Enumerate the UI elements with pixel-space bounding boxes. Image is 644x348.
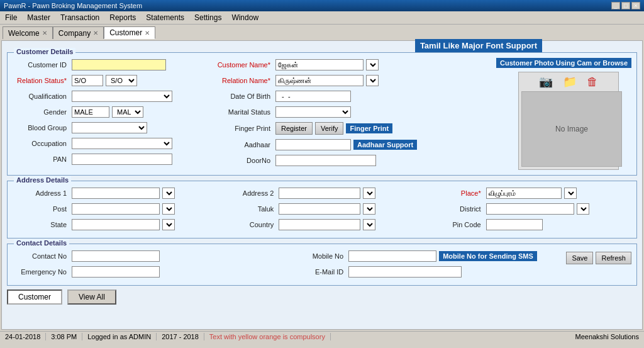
taluk-label: Taluk — [219, 205, 276, 213]
state-select[interactable]: ▼ — [162, 219, 175, 230]
menu-settings[interactable]: Settings — [192, 13, 224, 23]
district-select[interactable]: ▼ — [577, 203, 589, 215]
camera-icon[interactable]: 📷 — [539, 75, 553, 89]
refresh-button[interactable]: Refresh — [596, 252, 631, 264]
customer-nav-button[interactable]: Customer — [7, 289, 62, 305]
customer-name-row: Customer Name* ▼ — [216, 59, 503, 70]
country-label: Country — [219, 221, 276, 228]
status-time: 3:08 PM — [46, 333, 82, 340]
dob-input[interactable] — [275, 91, 351, 102]
close-button[interactable]: × — [631, 2, 640, 9]
tab-customer[interactable]: Customer ✕ — [104, 26, 155, 39]
post-select[interactable]: ▼ — [162, 203, 175, 215]
aadhaar-input[interactable] — [275, 139, 351, 150]
taluk-select[interactable]: ▼ — [363, 203, 375, 215]
state-input[interactable] — [72, 219, 160, 230]
tab-welcome-close[interactable]: ✕ — [42, 30, 47, 36]
relation-status-row: Relation Status* S/OD/OW/O — [13, 75, 214, 86]
aadhaar-row: Aadhaar Aadhaar Support — [216, 139, 503, 150]
menu-window[interactable]: Window — [229, 13, 261, 23]
tab-company-label: Company — [58, 29, 91, 38]
folder-icon[interactable]: 📁 — [563, 75, 577, 89]
pin-code-row: Pin Code — [427, 219, 631, 230]
customer-id-label: Customer ID — [13, 61, 69, 69]
occupation-row: Occupation — [13, 138, 214, 149]
address-col3: Place* ▼ District ▼ Pin Code — [427, 188, 631, 233]
district-input[interactable] — [486, 203, 574, 215]
app-title: PawnR - Pawn Broking Management System — [4, 2, 142, 9]
bottom-nav: Customer View All — [7, 289, 637, 305]
tab-customer-label: Customer — [109, 28, 142, 37]
qualification-row: Qualification — [13, 91, 214, 102]
marital-status-select[interactable] — [275, 106, 351, 118]
dob-row: Date Of Birth — [216, 91, 503, 102]
verify-button[interactable]: Verify — [315, 122, 344, 135]
photo-icons: 📷 📁 🗑 — [521, 75, 616, 89]
emergency-no-row: Emergency No — [13, 266, 287, 278]
gender-select[interactable]: MALEFEMALE — [112, 106, 143, 118]
country-input[interactable] — [279, 219, 360, 230]
title-bar-buttons[interactable]: _ □ × — [611, 2, 640, 9]
emergency-no-input[interactable] — [72, 266, 160, 278]
address-details-title: Address Details — [14, 176, 71, 184]
status-company: Meenakshi Solutions — [570, 333, 644, 340]
relation-status-input[interactable] — [72, 75, 103, 86]
aadhaar-tooltip: Aadhaar Support — [353, 140, 417, 150]
district-row: District ▼ — [427, 203, 631, 215]
menu-bar: File Master Transaction Reports Statemen… — [0, 11, 644, 25]
customer-name-input[interactable] — [275, 59, 364, 70]
qualification-select[interactable] — [72, 91, 172, 102]
save-button[interactable]: Save — [566, 252, 593, 264]
maximize-button[interactable]: □ — [621, 2, 630, 9]
customer-id-input[interactable] — [72, 59, 166, 70]
relation-name-input[interactable] — [275, 75, 364, 86]
pan-label: PAN — [13, 155, 69, 163]
blood-group-select[interactable] — [72, 122, 147, 133]
address-details-section: Address Details Address 1 ▼ Post ▼ State… — [7, 181, 637, 239]
taluk-input[interactable] — [279, 203, 360, 215]
contact-details-section: Contact Details Contact No Emergency No … — [7, 244, 637, 286]
pan-input[interactable] — [72, 154, 172, 165]
save-refresh-area: Save Refresh — [566, 250, 631, 264]
address2-input[interactable] — [279, 188, 360, 199]
menu-transaction[interactable]: Transaction — [58, 13, 102, 23]
tab-customer-close[interactable]: ✕ — [145, 30, 150, 36]
place-select[interactable]: ▼ — [564, 188, 577, 199]
relation-status-select[interactable]: S/OD/OW/O — [106, 75, 137, 86]
menu-file[interactable]: File — [3, 13, 19, 23]
tab-company[interactable]: Company ✕ — [53, 26, 104, 39]
gender-label: Gender — [13, 108, 69, 116]
menu-master[interactable]: Master — [25, 13, 53, 23]
aadhaar-label: Aadhaar — [216, 141, 273, 149]
door-no-input[interactable] — [275, 155, 376, 166]
gender-input[interactable] — [72, 106, 109, 118]
mobile-no-input[interactable] — [348, 250, 436, 262]
register-button[interactable]: Register — [275, 122, 313, 135]
country-select[interactable]: ▼ — [363, 219, 375, 230]
menu-statements[interactable]: Statements — [143, 13, 187, 23]
address1-input[interactable] — [72, 188, 160, 199]
tab-welcome[interactable]: Welcome ✕ — [3, 26, 53, 39]
customer-details-title: Customer Details — [14, 48, 75, 55]
email-input[interactable] — [348, 266, 462, 278]
tab-company-close[interactable]: ✕ — [93, 30, 98, 36]
place-label: Place* — [427, 189, 484, 197]
address2-select[interactable]: ▼ — [363, 188, 375, 199]
delete-icon[interactable]: 🗑 — [587, 76, 598, 89]
taluk-row: Taluk ▼ — [219, 203, 424, 215]
view-all-nav-button[interactable]: View All — [67, 289, 116, 305]
relation-name-label: Relation Name* — [216, 77, 273, 84]
post-input[interactable] — [72, 203, 160, 215]
place-input[interactable] — [486, 188, 562, 199]
pin-code-input[interactable] — [486, 219, 543, 230]
address1-row: Address 1 ▼ — [13, 188, 217, 199]
minimize-button[interactable]: _ — [611, 2, 620, 9]
customer-details-section: Customer Details Tamil Like Major Font S… — [7, 52, 637, 176]
relation-name-select[interactable]: ▼ — [366, 75, 379, 86]
menu-reports[interactable]: Reports — [107, 13, 138, 23]
mobile-no-row: Mobile No Mobile No for Sending SMS — [289, 250, 564, 262]
occupation-select[interactable] — [72, 138, 172, 149]
customer-name-select[interactable]: ▼ — [366, 59, 379, 70]
address1-select[interactable]: ▼ — [162, 188, 175, 199]
contact-no-input[interactable] — [72, 250, 160, 262]
